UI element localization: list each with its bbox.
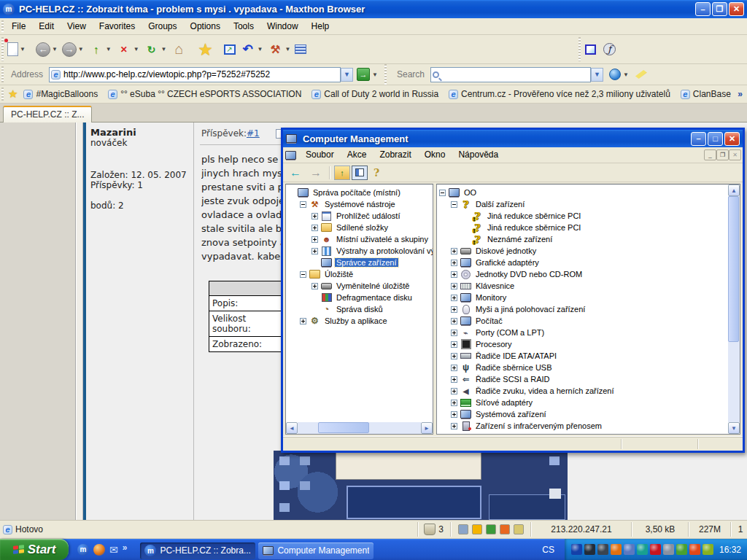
collapse-icon[interactable]	[300, 271, 306, 278]
expand-icon[interactable]	[451, 400, 457, 406]
scroll-left-icon[interactable]: ◄	[286, 422, 298, 434]
expand-icon[interactable]	[311, 213, 318, 219]
tree-item[interactable]: ◔Správa disků	[288, 303, 433, 315]
tree-item[interactable]: Diskové jednotky	[439, 245, 740, 257]
scroll-down-icon[interactable]: ▼	[728, 422, 740, 434]
taskbar-button[interactable]: Computer Management	[258, 542, 374, 559]
tree-item-label[interactable]: Vyměnitelné úložiště	[335, 281, 411, 290]
tree-item-label[interactable]: Klávesnice	[474, 281, 516, 290]
tree-item-label[interactable]: Správa disků	[335, 305, 384, 314]
scroll-thumb[interactable]	[728, 196, 739, 342]
expand-icon[interactable]	[451, 283, 457, 289]
gpu-tray-icon[interactable]	[703, 544, 713, 555]
tree-item-label[interactable]: Grafické adaptéry	[474, 258, 541, 267]
trash-icon[interactable]	[424, 524, 436, 535]
tree-item[interactable]: Systémová zařízení	[439, 408, 740, 420]
cm-menu-nápověda[interactable]: Nápověda	[452, 147, 505, 163]
bookmark-item[interactable]: eClanBase - News Wednesda	[681, 89, 733, 99]
bookmark-item[interactable]: eCall of Duty 2 world in Russia	[311, 89, 438, 99]
tree-item-label[interactable]: Síťové adaptéry	[474, 398, 534, 407]
messenger-tray-icon[interactable]	[584, 544, 595, 555]
cm-maximize-button[interactable]: □	[708, 132, 723, 146]
cm-menu-akce[interactable]: Akce	[341, 147, 374, 163]
menu-view[interactable]: View	[61, 19, 93, 34]
tree-item[interactable]: Monitory	[439, 292, 740, 303]
tree-item[interactable]: Defragmentace disku	[288, 292, 433, 303]
cm-minimize-button[interactable]: –	[691, 132, 706, 146]
antivirus-tray-icon[interactable]	[689, 544, 700, 555]
highlight-icon[interactable]	[635, 70, 647, 79]
expand-icon[interactable]	[451, 376, 457, 383]
dropdown-arrow-icon[interactable]: ▼	[52, 46, 58, 52]
tree-item[interactable]: ☻Místní uživatelé a skupiny	[288, 233, 433, 245]
search-engine-icon[interactable]	[609, 69, 621, 80]
tree-item[interactable]: ⚒Systémové nástroje	[288, 198, 433, 210]
note-icon[interactable]	[514, 524, 524, 534]
clock[interactable]: 16:32	[719, 545, 741, 555]
menu-help[interactable]: Help	[305, 19, 336, 34]
tree-item[interactable]: Klávesnice	[439, 280, 740, 292]
bookmark-item[interactable]: e#MagicBalloons	[23, 89, 98, 99]
menu-window[interactable]: Window	[260, 19, 305, 34]
cm-menu-soubor[interactable]: Soubor	[299, 147, 341, 163]
popup-blocker-icon[interactable]	[472, 524, 482, 534]
tree-item[interactable]: ⇐Řadiče SCSI a RAID	[439, 373, 740, 385]
open-external-button[interactable]: ↗	[222, 38, 238, 61]
tree-item[interactable]: ⌁Porty (COM a LPT)	[439, 327, 740, 338]
tree-item[interactable]: Zařízení s infračerveným přenosem	[439, 420, 740, 432]
search-dropdown[interactable]: ▼	[591, 68, 603, 82]
refresh-button[interactable]: ↻▼	[142, 38, 169, 61]
expand-icon[interactable]	[451, 365, 457, 371]
usb-tray-icon[interactable]	[624, 544, 635, 555]
tree-item-label[interactable]: Myši a jiná polohovací zařízení	[474, 305, 587, 314]
close-button[interactable]: ✕	[729, 2, 744, 16]
tree-item[interactable]: Správa počítače (místní)	[288, 187, 433, 198]
console-tree-icon[interactable]	[352, 166, 368, 180]
expand-icon[interactable]	[451, 341, 457, 348]
dropdown-arrow-icon[interactable]: ▼	[161, 46, 167, 52]
dropdown-arrow-icon[interactable]: ▼	[20, 46, 26, 52]
tree-item-label[interactable]: Jiná redukce sběrnice PCI	[486, 211, 582, 220]
taskbar-button[interactable]: mPC-HELP.CZ :: Zobra...	[140, 542, 255, 559]
tree-item-label[interactable]: Porty (COM a LPT)	[474, 328, 546, 337]
bookmark-item[interactable]: e°° eSuba °° CZECH eSPORTS ASSOCIATION	[108, 89, 301, 99]
tree-item[interactable]: Správce zařízení	[288, 257, 433, 268]
mdi-restore-button[interactable]: ❐	[716, 149, 729, 160]
image-blocker-icon[interactable]	[585, 44, 596, 55]
tree-item-label[interactable]: OO	[462, 188, 478, 197]
expand-icon[interactable]	[300, 318, 306, 324]
embedded-screenshot-image[interactable]	[274, 451, 568, 520]
cm-titlebar[interactable]: Computer Management – □ ✕	[283, 130, 743, 147]
dropdown-arrow-icon[interactable]: ▼	[78, 46, 84, 52]
forward-icon[interactable]: →	[306, 166, 325, 179]
tree-item[interactable]: ?Jiná redukce sběrnice PCI	[439, 222, 740, 233]
mdi-close-button[interactable]: ✕	[729, 149, 741, 160]
tree-item[interactable]: ?Další zařízení	[439, 198, 740, 210]
tree-item[interactable]: Řadiče IDE ATA/ATAPI	[439, 350, 740, 362]
maxthon-icon[interactable]: m	[77, 544, 89, 556]
tree-item-label[interactable]: Neznámé zařízení	[486, 235, 554, 244]
tree-item-label[interactable]: Monitory	[474, 293, 508, 302]
back-icon[interactable]: ←	[286, 166, 305, 179]
scroll-thumb[interactable]	[318, 422, 369, 433]
up-folder-icon[interactable]: ↑	[334, 166, 350, 180]
proxy-icon[interactable]	[486, 524, 496, 534]
tree-item-label[interactable]: Služby a aplikace	[323, 316, 389, 325]
cm-tree-hscrollbar[interactable]: ◄ ►	[286, 422, 433, 434]
tree-item-label[interactable]: Diskové jednotky	[474, 246, 538, 255]
volume-tray-icon[interactable]	[611, 544, 622, 555]
tree-item-label[interactable]: Řadiče IDE ATA/ATAPI	[474, 351, 558, 360]
language-indicator[interactable]: CS	[542, 545, 554, 555]
expand-icon[interactable]	[311, 248, 318, 254]
expand-icon[interactable]	[311, 236, 318, 243]
cm-close-button[interactable]: ✕	[724, 132, 740, 146]
tree-item[interactable]: Grafické adaptéry	[439, 257, 740, 268]
expand-icon[interactable]	[311, 283, 318, 289]
pen-icon[interactable]	[458, 524, 468, 534]
expand-icon[interactable]	[451, 388, 457, 394]
dropdown-arrow-icon[interactable]: ▼	[133, 46, 139, 52]
firewall-tray-icon[interactable]	[650, 544, 661, 555]
expand-icon[interactable]	[451, 306, 457, 313]
maxthon-tray-icon[interactable]	[571, 544, 582, 555]
up-button[interactable]: ↑▼	[86, 38, 114, 61]
